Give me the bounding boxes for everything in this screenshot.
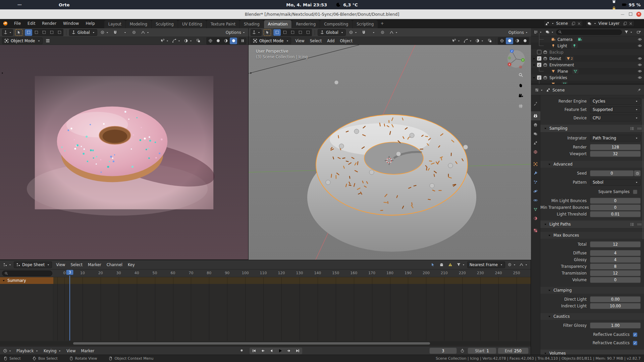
- gizmos-dropdown[interactable]: [463, 38, 473, 44]
- xray-toggle[interactable]: [486, 38, 493, 44]
- properties-tab-tool[interactable]: [531, 99, 540, 108]
- select-mode-subtract[interactable]: [289, 29, 296, 36]
- proportional-editing-toggle[interactable]: [130, 29, 138, 36]
- properties-tab-world[interactable]: [531, 147, 540, 157]
- transform-orientation-dropdown[interactable]: Global: [69, 29, 97, 36]
- select-mode-invert[interactable]: [48, 29, 55, 36]
- shading-material[interactable]: [514, 38, 521, 44]
- value-field-diffuse[interactable]: 4: [590, 250, 641, 256]
- outliner-filter-mode-dropdown[interactable]: [544, 29, 555, 36]
- maximize-button[interactable]: [629, 12, 632, 16]
- outliner-row-plane[interactable]: Plane: [531, 68, 644, 74]
- options-dropdown[interactable]: Options: [225, 29, 246, 36]
- dropdown-feature-set[interactable]: Supported: [590, 106, 641, 113]
- timeline-menu-marker[interactable]: Marker: [78, 348, 97, 354]
- add-workspace-button[interactable]: +: [378, 20, 386, 27]
- menu-item[interactable]: Edit: [24, 20, 39, 27]
- new-view-layer-icon[interactable]: [623, 21, 627, 26]
- proportional-falloff-dropdown[interactable]: [388, 29, 399, 36]
- snap-mode-dropdown[interactable]: Nearest Frame: [467, 261, 505, 268]
- dope-sheet-menu-item[interactable]: Key: [125, 261, 138, 268]
- value-field-render[interactable]: 128: [590, 144, 641, 150]
- properties-tab-particles[interactable]: [531, 178, 540, 187]
- collection-checkbox[interactable]: ✓: [537, 56, 541, 61]
- expander-icon[interactable]: [531, 63, 537, 67]
- navigation-gizmo[interactable]: Z Y X: [507, 50, 526, 68]
- transform-orientation-dropdown[interactable]: Global: [318, 29, 346, 36]
- minimize-button[interactable]: —: [620, 12, 625, 16]
- collapsed-menus-button[interactable]: [44, 38, 51, 44]
- properties-scrollbar[interactable]: [642, 99, 644, 239]
- panel-options-icons[interactable]: [630, 222, 641, 227]
- proportional-falloff-dropdown[interactable]: [518, 261, 529, 268]
- battery-indicator[interactable]: 95 %: [622, 2, 641, 7]
- shading-rendered[interactable]: [521, 38, 529, 44]
- value-field-direct-light[interactable]: 0.00: [590, 296, 641, 302]
- value-field-transmission[interactable]: 12: [590, 270, 641, 276]
- summary-channel-row[interactable]: Summary: [0, 277, 531, 284]
- proportional-falloff-dropdown[interactable]: [140, 29, 150, 36]
- visibility-eye-icon[interactable]: [638, 75, 642, 80]
- active-tool-dropdown[interactable]: [251, 29, 262, 36]
- value-field-glossy[interactable]: 4: [590, 257, 641, 263]
- viewport-menu-item[interactable]: Object: [337, 38, 355, 44]
- toolbar-expand-icon[interactable]: [1, 71, 4, 76]
- active-app-name[interactable]: Orte: [59, 2, 70, 7]
- dope-sheet-body[interactable]: 0102030405060708090100110120130140150160…: [0, 269, 531, 346]
- filter-dropdown[interactable]: [455, 261, 466, 268]
- tweak-tool-button[interactable]: [15, 29, 22, 36]
- workspace-tab[interactable]: Compositing: [320, 20, 352, 28]
- value-field-seed[interactable]: 0: [590, 170, 634, 176]
- checkbox-reflective-caustics[interactable]: ✓: [633, 333, 637, 337]
- delete-view-layer-icon[interactable]: [629, 21, 633, 26]
- clock[interactable]: Mo, 4. Mai 23:53: [286, 2, 327, 7]
- properties-tab-texture[interactable]: [531, 226, 540, 235]
- properties-editor-type-button[interactable]: [534, 87, 544, 94]
- snap-toggle[interactable]: [360, 29, 368, 36]
- select-mode-intersect[interactable]: [56, 29, 63, 36]
- outliner-row-light[interactable]: Light: [531, 43, 644, 49]
- value-field-indirect-light[interactable]: 10.00: [590, 303, 641, 309]
- current-frame-badge[interactable]: 3: [66, 270, 73, 275]
- pivot-point-dropdown[interactable]: [348, 29, 358, 36]
- shading-material[interactable]: [222, 38, 229, 44]
- channel-search-input[interactable]: [2, 270, 52, 276]
- properties-tab-constraints[interactable]: [531, 196, 540, 205]
- weather-widget[interactable]: 6,3 °C: [336, 2, 358, 7]
- timeline-editor-type-button[interactable]: [2, 348, 12, 354]
- proportional-edit-toggle[interactable]: [506, 261, 517, 268]
- workspace-tab[interactable]: Texture Paint: [207, 20, 239, 28]
- section-caustics[interactable]: Caustics: [540, 313, 644, 320]
- workspace-tab[interactable]: Animation: [264, 20, 292, 28]
- checkbox-refractive-caustics[interactable]: ✓: [633, 341, 637, 345]
- snap-toggle[interactable]: [112, 29, 119, 36]
- animate-seed-button[interactable]: [634, 170, 641, 176]
- value-field-total[interactable]: 12: [590, 241, 641, 247]
- workspace-tab[interactable]: Layout: [104, 20, 125, 28]
- value-field-volume[interactable]: 0: [590, 277, 641, 283]
- select-mode-invert[interactable]: [297, 29, 304, 36]
- section-light-paths[interactable]: Light Paths: [540, 221, 644, 228]
- blender-logo-icon[interactable]: [3, 21, 8, 26]
- next-keyframe-button[interactable]: [285, 348, 293, 354]
- expander-icon[interactable]: [531, 57, 537, 60]
- properties-tab-output[interactable]: [531, 120, 540, 129]
- menu-item[interactable]: Help: [82, 20, 98, 27]
- frame-start-field[interactable]: Start 1: [468, 348, 496, 354]
- channel-area[interactable]: [0, 284, 531, 341]
- value-field-light-threshold[interactable]: 0.01: [590, 211, 641, 217]
- properties-tab-object-data[interactable]: [531, 205, 540, 214]
- render-preview-canvas[interactable]: [0, 45, 248, 259]
- outliner-filter-dropdown[interactable]: [623, 29, 634, 36]
- workspace-tab[interactable]: Sculpting: [152, 20, 178, 28]
- value-field-transparency[interactable]: 8: [590, 263, 641, 269]
- dope-sheet-menu-item[interactable]: View: [53, 261, 68, 268]
- new-scene-icon[interactable]: [571, 21, 576, 26]
- properties-tab-scene[interactable]: [531, 138, 540, 147]
- shading-rendered[interactable]: [230, 38, 237, 44]
- outliner-search-input[interactable]: [556, 29, 622, 35]
- mode-dropdown[interactable]: Object Mode: [251, 38, 291, 44]
- show-errors-toggle[interactable]: [447, 261, 454, 268]
- workspace-tab[interactable]: Shading: [240, 20, 264, 28]
- pin-icon[interactable]: [637, 88, 641, 92]
